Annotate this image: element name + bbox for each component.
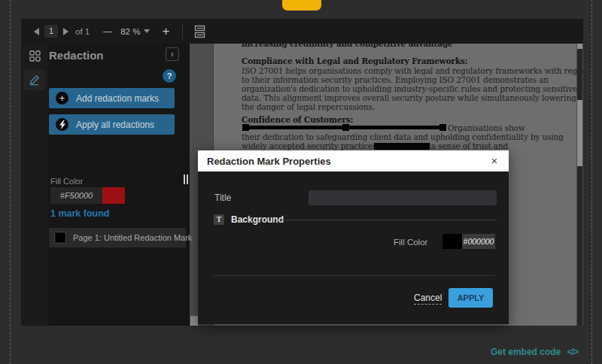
section-divider (282, 220, 497, 220)
redaction-handle-middle[interactable] (342, 124, 349, 131)
page-number-input[interactable]: 1 (44, 25, 58, 38)
scrollbar-top-cap[interactable] (577, 44, 582, 49)
mark-item-label: Page 1: Untitled Redaction Mark (73, 233, 192, 242)
modal-fill-color-value[interactable]: #000000 (462, 234, 495, 249)
page-layout-icon[interactable] (194, 25, 205, 38)
selection-dashed-border-right (591, 0, 592, 364)
background-section-label: Background (231, 214, 284, 225)
panel-resize-grip[interactable] (184, 174, 189, 184)
apply-button[interactable]: APPLY (448, 288, 493, 308)
modal-title: Redaction Mark Properties (207, 156, 331, 167)
footer-divider (213, 275, 495, 276)
embed-link-label: Get embed code (491, 347, 561, 357)
panel-rail (21, 44, 48, 326)
collapse-panel-button[interactable]: ‹ (166, 47, 179, 61)
add-redaction-marks-label: Add redaction marks (76, 93, 159, 104)
modal-fill-color-swatch[interactable] (442, 234, 462, 249)
modal-fill-color-picker[interactable]: #000000 (442, 234, 495, 249)
title-input[interactable] (309, 190, 497, 205)
doc-heading: Confidence of Customers: (242, 115, 353, 125)
panels-grid-icon[interactable] (26, 47, 44, 65)
redaction-panel: Redaction ‹ ? + Add redaction marks Appl… (21, 44, 190, 326)
doc-text-line: the danger of legal repercussions. (242, 102, 375, 112)
redaction-mark-inline[interactable] (374, 143, 430, 150)
doc-heading: Compliance with Legal and Regulatory Fra… (242, 56, 468, 66)
marks-found-label: 1 mark found (50, 208, 110, 219)
redaction-handle-left[interactable] (242, 124, 249, 131)
redaction-handle-right[interactable] (439, 124, 446, 131)
zoom-out-button[interactable]: — (103, 26, 111, 37)
zoom-level-label[interactable]: 82 % (120, 27, 140, 36)
scrollbar-corner[interactable] (190, 316, 198, 326)
plus-circle-icon: + (56, 92, 68, 105)
next-page-button[interactable] (63, 28, 68, 35)
modal-header: Redaction Mark Properties × (198, 150, 509, 171)
code-icon: </> (567, 347, 578, 357)
fill-color-swatch-red[interactable] (102, 187, 125, 204)
apply-all-redactions-button[interactable]: Apply all redactions (49, 114, 175, 135)
fill-color-hex-input[interactable]: #F50000 (50, 187, 102, 204)
title-field-label: Title (214, 190, 231, 205)
vertical-scrollbar[interactable] (577, 44, 582, 326)
modal-body: Title T Background Fill Color #000000 Ca… (198, 171, 509, 324)
modal-fill-color-label: Fill Color (394, 238, 427, 247)
previous-page-button[interactable] (34, 28, 39, 35)
help-icon[interactable]: ? (163, 69, 176, 83)
add-redaction-marks-button[interactable]: + Add redaction marks (49, 88, 175, 108)
fill-color-label: Fill Color (50, 177, 83, 186)
mark-color-swatch (55, 232, 65, 243)
page-count-label: of 1 (75, 27, 90, 36)
scrollbar-thumb[interactable] (577, 100, 582, 166)
doc-text-line: increasing credibility and competitive a… (242, 44, 453, 49)
zoom-dropdown-caret-icon[interactable] (144, 29, 150, 33)
redact-pen-tool-tab[interactable] (24, 69, 45, 90)
apply-all-redactions-label: Apply all redactions (76, 120, 154, 130)
viewer-toolbar: 1 of 1 — 82 % + (21, 19, 583, 44)
zoom-in-button[interactable]: + (162, 24, 169, 39)
cancel-button[interactable]: Cancel (414, 293, 442, 305)
toolbar-separator (182, 24, 183, 39)
selection-dashed-border-left (10, 0, 11, 364)
panel-title: Redaction (49, 49, 104, 62)
lightning-bolt-icon (56, 118, 68, 131)
redaction-mark-list-item[interactable]: Page 1: Untitled Redaction Mark (49, 228, 186, 247)
close-icon[interactable]: × (488, 154, 501, 168)
text-style-icon: T (214, 214, 224, 225)
get-embed-code-link[interactable]: Get embed code </> (491, 347, 578, 357)
redaction-mark-properties-modal: Redaction Mark Properties × Title T Back… (198, 150, 509, 324)
selection-handle-tab[interactable] (282, 0, 321, 11)
